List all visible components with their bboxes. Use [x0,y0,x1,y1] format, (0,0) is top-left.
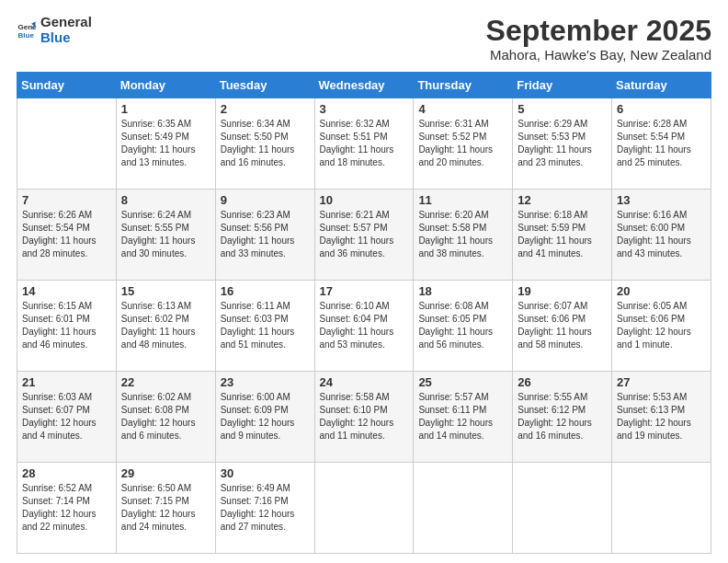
calendar-week-row: 7Sunrise: 6:26 AM Sunset: 5:54 PM Daylig… [17,190,711,281]
day-number: 28 [22,466,111,480]
calendar-week-row: 21Sunrise: 6:03 AM Sunset: 6:07 PM Dayli… [17,372,711,463]
calendar-cell: 29Sunrise: 6:50 AM Sunset: 7:15 PM Dayli… [116,463,215,554]
day-number: 29 [121,466,210,480]
svg-text:Blue: Blue [17,31,34,40]
day-info: Sunrise: 5:53 AM Sunset: 6:13 PM Dayligh… [617,391,706,442]
day-info: Sunrise: 6:32 AM Sunset: 5:51 PM Dayligh… [320,118,409,169]
calendar-cell: 19Sunrise: 6:07 AM Sunset: 6:06 PM Dayli… [513,281,612,372]
calendar-cell: 22Sunrise: 6:02 AM Sunset: 6:08 PM Dayli… [116,372,215,463]
logo-general: General [40,14,92,29]
calendar-cell: 9Sunrise: 6:23 AM Sunset: 5:56 PM Daylig… [215,190,314,281]
day-number: 2 [221,102,310,116]
day-number: 22 [121,375,210,389]
day-info: Sunrise: 6:18 AM Sunset: 5:59 PM Dayligh… [518,209,607,260]
day-number: 27 [617,375,706,389]
calendar-cell: 11Sunrise: 6:20 AM Sunset: 5:58 PM Dayli… [414,190,513,281]
day-number: 20 [617,284,706,298]
day-number: 11 [418,193,507,207]
day-number: 18 [418,284,507,298]
day-number: 9 [221,193,310,207]
day-number: 17 [320,284,409,298]
day-info: Sunrise: 6:29 AM Sunset: 5:53 PM Dayligh… [518,118,607,169]
calendar-week-row: 1Sunrise: 6:35 AM Sunset: 5:49 PM Daylig… [17,98,711,190]
calendar-cell: 5Sunrise: 6:29 AM Sunset: 5:53 PM Daylig… [513,98,612,190]
page: General Blue General Blue September 2025… [0,0,728,563]
location: Mahora, Hawke's Bay, New Zealand [486,47,711,63]
day-number: 19 [518,284,607,298]
day-info: Sunrise: 6:10 AM Sunset: 6:04 PM Dayligh… [320,300,409,351]
calendar-cell: 21Sunrise: 6:03 AM Sunset: 6:07 PM Dayli… [17,372,117,463]
calendar-cell: 28Sunrise: 6:52 AM Sunset: 7:14 PM Dayli… [17,463,117,554]
day-info: Sunrise: 6:26 AM Sunset: 5:54 PM Dayligh… [22,209,111,260]
day-number: 24 [320,375,409,389]
weekday-header: Friday [513,73,612,98]
weekday-header: Thursday [414,73,513,98]
calendar-cell: 23Sunrise: 6:00 AM Sunset: 6:09 PM Dayli… [215,372,314,463]
calendar-cell: 16Sunrise: 6:11 AM Sunset: 6:03 PM Dayli… [215,281,314,372]
day-number: 14 [22,284,111,298]
calendar-cell: 8Sunrise: 6:24 AM Sunset: 5:55 PM Daylig… [116,190,215,281]
calendar-cell: 13Sunrise: 6:16 AM Sunset: 6:00 PM Dayli… [612,190,711,281]
weekday-header: Sunday [17,73,117,98]
calendar-week-row: 14Sunrise: 6:15 AM Sunset: 6:01 PM Dayli… [17,281,711,372]
calendar-cell: 12Sunrise: 6:18 AM Sunset: 5:59 PM Dayli… [513,190,612,281]
calendar-week-row: 28Sunrise: 6:52 AM Sunset: 7:14 PM Dayli… [17,463,711,554]
day-number: 10 [320,193,409,207]
logo: General Blue General Blue [17,15,92,45]
day-info: Sunrise: 6:02 AM Sunset: 6:08 PM Dayligh… [121,391,210,442]
day-info: Sunrise: 6:24 AM Sunset: 5:55 PM Dayligh… [121,209,210,260]
header: General Blue General Blue September 2025… [17,15,711,63]
calendar-cell [513,463,612,554]
calendar-cell: 1Sunrise: 6:35 AM Sunset: 5:49 PM Daylig… [116,98,215,190]
calendar-cell: 10Sunrise: 6:21 AM Sunset: 5:57 PM Dayli… [314,190,414,281]
calendar-cell: 2Sunrise: 6:34 AM Sunset: 5:50 PM Daylig… [215,98,314,190]
calendar-cell: 15Sunrise: 6:13 AM Sunset: 6:02 PM Dayli… [116,281,215,372]
day-info: Sunrise: 6:35 AM Sunset: 5:49 PM Dayligh… [121,118,210,169]
day-number: 21 [22,375,111,389]
day-info: Sunrise: 6:08 AM Sunset: 6:05 PM Dayligh… [418,300,507,351]
month-title: September 2025 [486,15,711,47]
day-number: 15 [121,284,210,298]
day-number: 4 [418,102,507,116]
day-number: 6 [617,102,706,116]
calendar-cell: 6Sunrise: 6:28 AM Sunset: 5:54 PM Daylig… [612,98,711,190]
calendar-cell: 4Sunrise: 6:31 AM Sunset: 5:52 PM Daylig… [414,98,513,190]
calendar-cell [414,463,513,554]
logo-text-block: General Blue [40,15,92,45]
day-number: 5 [518,102,607,116]
day-number: 7 [22,193,111,207]
day-number: 1 [121,102,210,116]
calendar-cell: 20Sunrise: 6:05 AM Sunset: 6:06 PM Dayli… [612,281,711,372]
weekday-header: Wednesday [314,73,414,98]
day-info: Sunrise: 6:23 AM Sunset: 5:56 PM Dayligh… [221,209,310,260]
day-info: Sunrise: 6:11 AM Sunset: 6:03 PM Dayligh… [221,300,310,351]
weekday-header: Tuesday [215,73,314,98]
day-info: Sunrise: 6:00 AM Sunset: 6:09 PM Dayligh… [221,391,310,442]
day-number: 23 [221,375,310,389]
calendar-cell: 18Sunrise: 6:08 AM Sunset: 6:05 PM Dayli… [414,281,513,372]
calendar-header-row: SundayMondayTuesdayWednesdayThursdayFrid… [17,73,711,98]
day-info: Sunrise: 6:15 AM Sunset: 6:01 PM Dayligh… [22,300,111,351]
day-info: Sunrise: 6:21 AM Sunset: 5:57 PM Dayligh… [320,209,409,260]
logo-blue: Blue [40,29,71,45]
weekday-header: Monday [116,73,215,98]
calendar-cell: 17Sunrise: 6:10 AM Sunset: 6:04 PM Dayli… [314,281,414,372]
day-number: 25 [418,375,507,389]
day-number: 8 [121,193,210,207]
day-info: Sunrise: 5:55 AM Sunset: 6:12 PM Dayligh… [518,391,607,442]
day-info: Sunrise: 6:52 AM Sunset: 7:14 PM Dayligh… [22,482,111,534]
day-info: Sunrise: 6:49 AM Sunset: 7:16 PM Dayligh… [221,482,310,534]
day-info: Sunrise: 6:31 AM Sunset: 5:52 PM Dayligh… [418,118,507,169]
day-info: Sunrise: 6:34 AM Sunset: 5:50 PM Dayligh… [221,118,310,169]
calendar-cell: 24Sunrise: 5:58 AM Sunset: 6:10 PM Dayli… [314,372,414,463]
calendar-cell [314,463,414,554]
day-info: Sunrise: 5:57 AM Sunset: 6:11 PM Dayligh… [418,391,507,442]
weekday-header: Saturday [612,73,711,98]
day-info: Sunrise: 5:58 AM Sunset: 6:10 PM Dayligh… [320,391,409,442]
calendar-cell: 25Sunrise: 5:57 AM Sunset: 6:11 PM Dayli… [414,372,513,463]
day-number: 16 [221,284,310,298]
calendar-cell [17,98,117,190]
calendar-table: SundayMondayTuesdayWednesdayThursdayFrid… [17,72,711,554]
calendar-cell: 27Sunrise: 5:53 AM Sunset: 6:13 PM Dayli… [612,372,711,463]
calendar-cell: 14Sunrise: 6:15 AM Sunset: 6:01 PM Dayli… [17,281,117,372]
